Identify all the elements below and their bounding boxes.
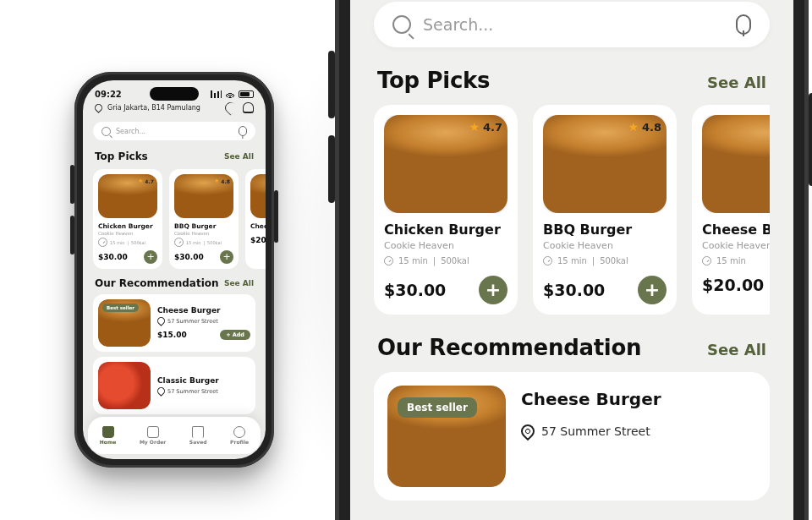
add-button[interactable]: + [479, 276, 508, 304]
product-title: BBQ Burger [174, 222, 233, 230]
product-meta: 15 min|500kal [174, 238, 233, 247]
product-meta: 15 min|500kal [98, 238, 157, 247]
dynamic-island [150, 87, 199, 101]
top-picks-see-all-link[interactable]: See All [224, 152, 254, 161]
product-price: $30.00 [174, 253, 204, 261]
location-address: Gria Jakarta, B14 Pamulang [107, 104, 200, 112]
product-title: Classic Burger [157, 376, 250, 385]
rating-badge: ★4.7 [469, 120, 502, 134]
product-vendor: Cookie Heaven [98, 231, 157, 236]
product-vendor: Cookie Heaven [384, 240, 508, 251]
timer-icon [543, 256, 552, 265]
product-card[interactable]: Cheese Burger $20.00 + [245, 169, 266, 269]
top-picks-heading: Top Picks [377, 68, 490, 93]
screen-large: Search... Top Picks See All ★4.7 Chicken… [350, 0, 793, 520]
product-price: $20.00 [702, 276, 764, 294]
product-address: 57 Summer Street [157, 387, 250, 395]
tab-profile[interactable]: Profile [230, 426, 249, 445]
product-card[interactable]: ★4.7 Chicken Burger Cookie Heaven 15 min… [374, 105, 518, 315]
rating-badge: ★4.8 [214, 178, 230, 184]
wifi-icon [225, 90, 235, 98]
top-picks-list[interactable]: ★4.7 Chicken Burger Cookie Heaven 15 min… [374, 105, 770, 315]
tab-saved[interactable]: Saved [189, 426, 207, 445]
product-image [702, 115, 770, 213]
product-vendor: Cookie Heaven [702, 240, 770, 251]
product-image [250, 174, 266, 218]
star-icon: ★ [469, 120, 480, 134]
product-price: $15.00 [157, 331, 187, 339]
timer-icon [384, 256, 393, 265]
location-row[interactable]: Gria Jakarta, B14 Pamulang [83, 99, 266, 118]
tab-my-order[interactable]: My Order [140, 426, 166, 445]
product-price: $30.00 [543, 281, 605, 299]
product-price: $30.00 [384, 281, 446, 299]
recommendation-card[interactable]: Best seller Cheese Burger 57 Summer Stre… [374, 372, 770, 501]
notifications-icon[interactable] [243, 102, 254, 113]
recommendation-card[interactable]: Classic Burger 57 Summer Street [93, 357, 255, 414]
product-title: Cheese Burger [702, 222, 770, 238]
recommendation-heading: Our Recommendation [95, 277, 219, 289]
top-picks-heading: Top Picks [95, 151, 148, 162]
location-pin-icon [93, 102, 104, 113]
star-icon: ★ [214, 178, 219, 184]
top-picks-see-all-link[interactable]: See All [707, 74, 766, 91]
phone-mockup-small: 09:22 Gria Jakarta, B14 Pamulang Search.… [74, 72, 274, 468]
location-pin-icon [156, 315, 167, 326]
user-icon [233, 426, 245, 438]
product-title: BBQ Burger [543, 222, 667, 238]
tab-home[interactable]: Home [100, 426, 116, 445]
signal-icon [211, 90, 222, 98]
bottom-tab-bar: Home My Order Saved Profile [88, 417, 261, 454]
rating-badge: ★4.8 [628, 120, 661, 134]
product-title: Cheese Burger [157, 306, 250, 315]
product-vendor: Cookie Heaven [543, 240, 667, 251]
location-pin-icon [518, 422, 538, 441]
screen-small: 09:22 Gria Jakarta, B14 Pamulang Search.… [83, 80, 266, 459]
product-meta: 15 min|500kal [543, 256, 667, 265]
recommendation-heading: Our Recommendation [377, 335, 641, 360]
timer-icon [174, 238, 184, 247]
rating-badge: ★4.7 [138, 178, 154, 184]
add-button[interactable]: + [638, 276, 667, 304]
product-title: Chicken Burger [384, 222, 508, 238]
search-icon [392, 15, 411, 34]
search-input[interactable]: Search... [93, 122, 255, 140]
recommendation-see-all-link[interactable]: See All [707, 341, 766, 359]
add-button[interactable]: + Add [220, 330, 250, 340]
product-card[interactable]: Cheese Burger Cookie Heaven 15 min $20.0… [692, 105, 770, 315]
product-title: Cheese Burger [250, 222, 266, 230]
recommendation-card[interactable]: Best seller Cheese Burger 57 Summer Stre… [93, 294, 255, 352]
timer-icon [98, 238, 107, 247]
bookmark-icon [192, 426, 204, 438]
mic-icon[interactable] [736, 14, 751, 35]
product-meta: 15 min [702, 256, 770, 265]
mic-icon[interactable] [239, 126, 247, 136]
product-card[interactable]: ★4.8 BBQ Burger Cookie Heaven 15 min|500… [533, 105, 677, 315]
add-button[interactable]: + [144, 250, 157, 264]
bag-icon [147, 426, 159, 438]
search-placeholder: Search... [116, 128, 145, 135]
product-meta: 15 min|500kal [384, 256, 508, 265]
product-card[interactable]: ★4.7 Chicken Burger Cookie Heaven 15 min… [93, 169, 162, 269]
top-picks-list[interactable]: ★4.7 Chicken Burger Cookie Heaven 15 min… [83, 166, 266, 274]
star-icon: ★ [628, 120, 639, 134]
search-placeholder: Search... [423, 15, 493, 34]
phone-mockup-large: Search... Top Picks See All ★4.7 Chicken… [335, 0, 809, 520]
timer-icon [702, 256, 711, 265]
product-title: Cheese Burger [521, 389, 661, 409]
product-address: 57 Summer Street [521, 424, 661, 438]
recommendation-see-all-link[interactable]: See All [224, 279, 254, 287]
favorites-icon[interactable] [222, 100, 238, 115]
product-vendor: Cookie Heaven [174, 231, 233, 236]
star-icon: ★ [138, 178, 143, 184]
best-seller-badge: Best seller [102, 304, 139, 312]
product-address: 57 Summer Street [157, 317, 250, 325]
search-input[interactable]: Search... [374, 2, 770, 47]
add-button[interactable]: + [220, 250, 233, 264]
location-pin-icon [156, 386, 167, 397]
product-price: $30.00 [98, 253, 128, 261]
battery-icon [239, 90, 254, 98]
product-image [98, 362, 151, 409]
home-icon [102, 426, 114, 438]
product-card[interactable]: ★4.8 BBQ Burger Cookie Heaven 15 min|500… [169, 169, 239, 269]
